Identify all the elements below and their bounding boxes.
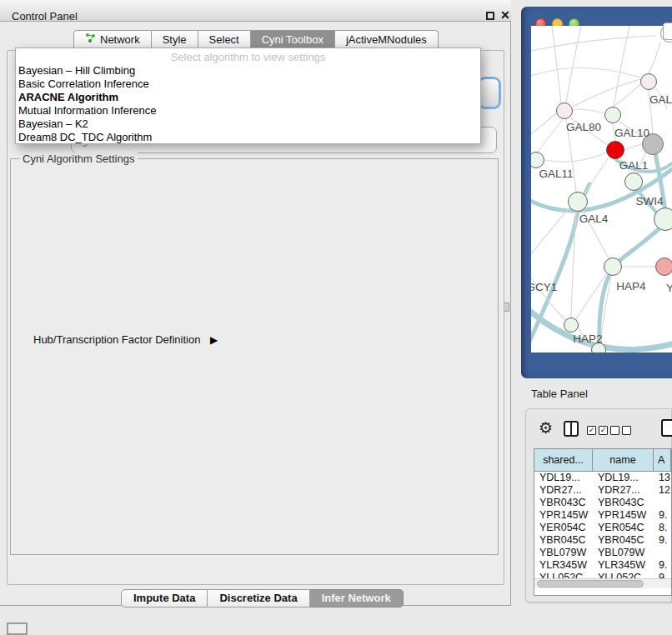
unchecked-checkbox-icon[interactable] (610, 426, 619, 435)
table-row[interactable]: YLR345WYLR345W9. (534, 559, 671, 572)
table-row[interactable]: YBR043CYBR043C (534, 497, 671, 509)
checked-checkbox-icon[interactable]: ✓ (599, 426, 608, 435)
table-panel-title: Table Panel (531, 388, 588, 400)
gear-icon[interactable]: ⚙ (539, 420, 553, 437)
control-panel-title: Control Panel (12, 10, 78, 22)
cell: 12 (654, 484, 671, 497)
algorithm-combo-stepper[interactable] (480, 79, 499, 107)
tab-network-label: Network (100, 31, 140, 48)
node-label: SWI4 (635, 195, 663, 208)
column-header-name[interactable]: name (593, 449, 654, 471)
cell: 9. (654, 534, 671, 547)
tab-cyni-toolbox[interactable]: Cyni Toolbox (251, 30, 335, 49)
dropdown-item[interactable]: Mutual Information Inference (16, 104, 480, 118)
cell: 8. (654, 522, 671, 534)
table-row[interactable]: YPR145WYPR145W9. (534, 509, 671, 522)
cell: 13 (654, 472, 671, 484)
table-row[interactable]: YBL079WYBL079W (534, 547, 671, 559)
node-label: GAL10 (614, 127, 649, 139)
node-label: GCY1 (531, 281, 557, 293)
columns-icon[interactable] (564, 421, 579, 437)
node-label: HAP2 (573, 332, 602, 345)
dropdown-item[interactable]: Bayesian – Hill Climbing (16, 64, 480, 78)
tab-network[interactable]: Network (73, 30, 152, 49)
control-panel-tabbar: Network Style Select Cyni Toolbox jActiv… (73, 30, 439, 49)
table-row[interactable]: YDL19...YDL19...13 (534, 472, 671, 484)
table-horizontal-scrollbar[interactable] (534, 578, 671, 588)
tab-infer-network[interactable]: Infer Network (310, 589, 404, 608)
cell: YBR043C (593, 497, 654, 509)
node-table: shared... name A YDL19...YDL19...13 YDR2… (534, 448, 672, 596)
panel-divider-grip[interactable] (504, 302, 509, 312)
tab-style-label: Style (163, 31, 187, 48)
cell: YBR045C (593, 534, 654, 547)
cell: YBR045C (534, 534, 593, 547)
tab-impute-data[interactable]: Impute Data (121, 589, 208, 608)
node-label: GAL11 (539, 168, 573, 180)
table-row[interactable]: YDR27...YDR27...12 (534, 484, 671, 497)
dropdown-item[interactable]: Bayesian – K2 (16, 118, 480, 131)
chevron-right-icon: ▶ (210, 334, 218, 346)
checked-checkbox-icon[interactable]: ✓ (587, 426, 596, 435)
cutoff-toolbar-box (663, 22, 672, 40)
dropdown-item-selected[interactable]: ARACNE Algorithm (16, 91, 480, 104)
node-gal1[interactable] (606, 141, 624, 159)
close-icon[interactable]: ✕ (500, 9, 510, 21)
algorithm-dropdown-placeholder: Select algorithm to view settings (16, 50, 480, 64)
tab-select[interactable]: Select (198, 30, 251, 49)
unchecked-checkbox-icon[interactable] (622, 426, 631, 435)
tab-style[interactable]: Style (152, 30, 198, 49)
cell: YBL079W (593, 547, 654, 559)
collapsed-panel-icon[interactable] (7, 622, 28, 635)
node-label: GAL (649, 93, 672, 106)
node-hap4[interactable] (604, 258, 622, 276)
table-row[interactable]: YER054CYER054C8. (534, 522, 671, 534)
network-icon (85, 31, 96, 48)
dropdown-item[interactable]: Dream8 DC_TDC Algorithm (16, 131, 480, 144)
table-row[interactable]: YBR045CYBR045C9. (534, 534, 671, 547)
cell: YBR043C (534, 497, 593, 509)
hub-definition-toggle[interactable]: Hub/Transcription Factor Definition ▶ (33, 333, 218, 346)
settings-panel-title: Cyni Algorithm Settings (19, 152, 138, 165)
tab-jactivemnodules[interactable]: jActiveMNodules (335, 30, 439, 49)
node-gal-partial[interactable] (640, 73, 657, 90)
cell: YDL19... (534, 472, 593, 484)
cell: YPR145W (593, 509, 654, 522)
network-canvas[interactable]: GAL GAL80 GAL10 GAL1 GAL11 GAL4 SWI4 GCY… (531, 26, 672, 352)
table-mode-icon[interactable] (661, 419, 672, 437)
node-label: Y (666, 282, 672, 294)
cell (654, 497, 671, 509)
cell: YLR345W (593, 559, 654, 572)
cell: YDL19... (593, 472, 654, 484)
node-unlabeled[interactable] (624, 172, 643, 191)
cell: YBL079W (534, 547, 593, 559)
cell: YER054C (534, 522, 593, 534)
table-header-row: shared... name A (534, 449, 671, 472)
cyni-algorithm-settings-panel: Cyni Algorithm Settings (10, 158, 499, 555)
cell: 9. (654, 559, 671, 572)
bottom-tabbar: Impute Data Discretize Data Infer Networ… (121, 589, 404, 608)
node-gal4[interactable] (568, 192, 588, 212)
node-label: GAL1 (619, 159, 649, 172)
cell: YER054C (593, 522, 654, 534)
tab-cyni-toolbox-label: Cyni Toolbox (262, 31, 323, 48)
node-gal80[interactable] (556, 102, 573, 119)
node-label: HAP4 (616, 280, 645, 292)
tab-jactivemnodules-label: jActiveMNodules (346, 31, 427, 48)
dropdown-item[interactable]: Basic Correlation Inference (16, 78, 480, 91)
node-gal10[interactable] (604, 107, 621, 123)
node-swi4[interactable] (654, 208, 672, 231)
cell: 9. (654, 509, 671, 522)
column-header-shared-name[interactable]: shared... (534, 449, 593, 471)
cell (654, 547, 671, 559)
node-y-partial[interactable] (655, 258, 672, 276)
float-window-icon[interactable] (486, 12, 494, 20)
screen: Control Panel ✕ Network Style Select Cyn… (0, 0, 672, 635)
node-hap2[interactable] (564, 318, 579, 332)
cell: YPR145W (534, 509, 593, 522)
column-header-partial[interactable]: A (654, 449, 671, 471)
tab-discretize-data[interactable]: Discretize Data (208, 589, 309, 608)
algorithm-dropdown: Select algorithm to view settings Bayesi… (15, 48, 481, 144)
cell: YLR345W (534, 559, 593, 572)
node-label: GAL4 (579, 212, 609, 225)
